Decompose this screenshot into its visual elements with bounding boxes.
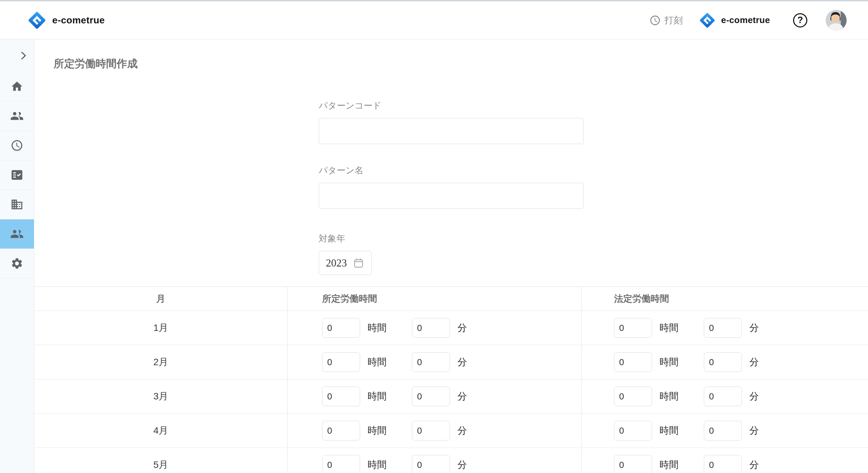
- sidebar-item-organization[interactable]: [0, 190, 34, 219]
- hours-unit-label: 時間: [368, 458, 412, 471]
- col-header-month: 月: [34, 287, 288, 311]
- legal-hours-input[interactable]: [614, 318, 652, 338]
- calendar-icon[interactable]: [353, 257, 364, 269]
- scheduled-hours-cell: 時間 分: [288, 414, 582, 448]
- month-label: 1月: [153, 321, 168, 334]
- table-row: 3月 時間 分 時間 分: [34, 379, 868, 414]
- legal-hours-input[interactable]: [614, 455, 652, 473]
- target-year-label: 対象年: [319, 232, 584, 245]
- scheduled-hours-input[interactable]: [322, 387, 360, 406]
- legal-hours-input[interactable]: [614, 352, 652, 372]
- scheduled-minutes-input[interactable]: [412, 318, 450, 338]
- legal-minutes-input[interactable]: [704, 352, 742, 372]
- minutes-unit-label: 分: [749, 458, 759, 471]
- working-hours-table: 月 所定労働時間 法定労働時間 1月 時間 分: [34, 287, 868, 473]
- people-icon: [10, 109, 24, 123]
- month-cell: 5月: [34, 448, 288, 473]
- legal-hours-input[interactable]: [614, 387, 652, 406]
- sidebar-item-attendance[interactable]: [0, 131, 34, 160]
- hours-unit-label: 時間: [659, 356, 704, 369]
- top-header: e-cometrue 打刻 e-cometrue: [0, 1, 868, 39]
- legal-minutes-input[interactable]: [704, 421, 742, 440]
- secondary-brand-logo-icon: [698, 11, 717, 30]
- main-content: 所定労働時間作成 パターンコード パターン名 対象年 2023: [34, 39, 868, 473]
- scheduled-hours-input[interactable]: [322, 421, 360, 440]
- scheduled-hours-input[interactable]: [322, 352, 360, 372]
- month-cell: 4月: [34, 414, 288, 448]
- month-label: 5月: [153, 458, 168, 471]
- scheduled-hours-cell: 時間 分: [288, 448, 582, 473]
- sidebar-item-home[interactable]: [0, 72, 34, 101]
- hours-unit-label: 時間: [368, 424, 412, 437]
- legal-minutes-input[interactable]: [704, 387, 742, 406]
- scheduled-minutes-input[interactable]: [412, 455, 450, 473]
- help-button[interactable]: ?: [793, 13, 807, 27]
- target-year-field: 対象年 2023: [319, 232, 584, 275]
- clock-outline-icon: [11, 139, 23, 152]
- scheduled-minutes-input[interactable]: [412, 421, 450, 440]
- month-label: 2月: [153, 356, 168, 369]
- table-row: 5月 時間 分 時間 分: [34, 448, 868, 473]
- target-year-picker[interactable]: 2023: [319, 251, 372, 275]
- legal-minutes-input[interactable]: [704, 455, 742, 473]
- chevron-right-icon: [17, 50, 29, 62]
- legal-hours-cell: 時間 分: [582, 345, 868, 379]
- month-label: 3月: [153, 390, 168, 403]
- hours-unit-label: 時間: [368, 321, 412, 334]
- minutes-unit-label: 分: [749, 390, 759, 403]
- scheduled-hours-cell: 時間 分: [288, 345, 582, 379]
- sidebar-nav: [0, 72, 34, 278]
- secondary-brand-name: e-cometrue: [721, 15, 770, 25]
- legal-hours-cell: 時間 分: [582, 414, 868, 448]
- table-row: 4月 時間 分 時間 分: [34, 414, 868, 448]
- minutes-unit-label: 分: [749, 356, 759, 369]
- pattern-name-input[interactable]: [319, 183, 584, 209]
- secondary-brand-logo[interactable]: e-cometrue: [698, 11, 770, 30]
- avatar-photo-icon: [826, 10, 847, 31]
- table-body: 1月 時間 分 時間 分: [34, 311, 868, 473]
- table-header-row: 月 所定労働時間 法定労働時間: [34, 287, 868, 311]
- pattern-name-label: パターン名: [319, 164, 584, 177]
- minutes-unit-label: 分: [749, 424, 759, 437]
- month-cell: 3月: [34, 379, 288, 413]
- sidebar-item-employees[interactable]: [0, 101, 34, 131]
- pattern-code-field: パターンコード: [319, 99, 584, 144]
- sidebar-item-approvals[interactable]: [0, 160, 34, 190]
- sidebar: [0, 39, 34, 473]
- hours-unit-label: 時間: [659, 390, 704, 403]
- building-icon: [11, 198, 23, 211]
- minutes-unit-label: 分: [457, 356, 467, 369]
- pattern-name-field: パターン名: [319, 164, 584, 209]
- hours-unit-label: 時間: [659, 458, 704, 471]
- table-row: 2月 時間 分 時間 分: [34, 345, 868, 379]
- sidebar-expand-button[interactable]: [0, 39, 34, 72]
- pattern-code-input[interactable]: [319, 118, 584, 144]
- brand-logo[interactable]: e-cometrue: [26, 9, 105, 31]
- app: e-cometrue 打刻 e-cometrue: [0, 0, 868, 473]
- col-header-legal: 法定労働時間: [582, 287, 868, 311]
- hours-unit-label: 時間: [368, 390, 412, 403]
- month-cell: 2月: [34, 345, 288, 379]
- minutes-unit-label: 分: [457, 458, 467, 471]
- punch-clock-button[interactable]: 打刻: [649, 14, 683, 26]
- minutes-unit-label: 分: [457, 424, 467, 437]
- brand-name: e-cometrue: [52, 15, 105, 26]
- scheduled-hours-input[interactable]: [322, 318, 360, 338]
- legal-hours-input[interactable]: [614, 421, 652, 440]
- hours-unit-label: 時間: [659, 321, 704, 334]
- header-actions: 打刻 e-cometrue ?: [649, 10, 847, 31]
- legal-minutes-input[interactable]: [704, 318, 742, 338]
- col-header-scheduled: 所定労働時間: [288, 287, 582, 311]
- clock-icon: [649, 15, 661, 26]
- scheduled-hours-cell: 時間 分: [288, 379, 582, 413]
- avatar[interactable]: [826, 10, 847, 31]
- gear-icon: [11, 257, 23, 270]
- scheduled-minutes-input[interactable]: [412, 387, 450, 406]
- pattern-code-label: パターンコード: [319, 99, 584, 112]
- help-icon: ?: [797, 16, 803, 25]
- sidebar-item-staff[interactable]: [0, 219, 34, 249]
- minutes-unit-label: 分: [749, 321, 759, 334]
- scheduled-hours-input[interactable]: [322, 455, 360, 473]
- scheduled-minutes-input[interactable]: [412, 352, 450, 372]
- sidebar-item-settings[interactable]: [0, 249, 34, 278]
